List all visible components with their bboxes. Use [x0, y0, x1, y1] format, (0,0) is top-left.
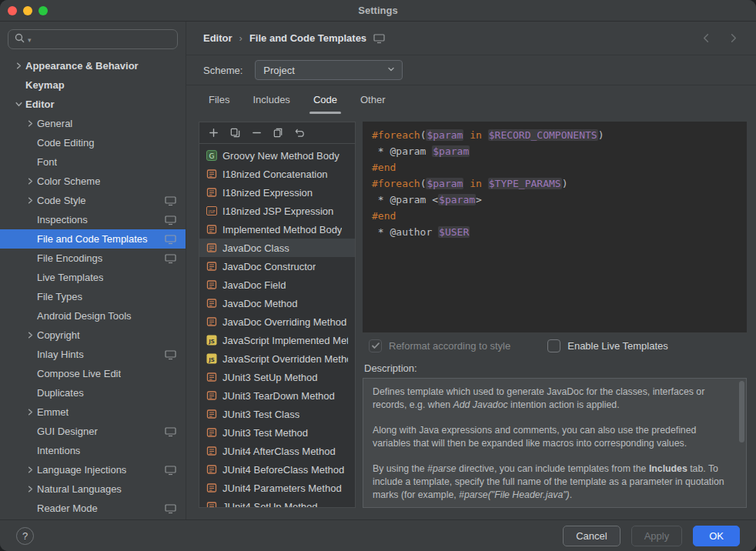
- sidebar-item-label: Duplicates: [37, 387, 84, 399]
- reset-to-default-button[interactable]: [293, 126, 306, 140]
- sidebar-item-label: Intentions: [37, 445, 80, 456]
- sidebar-item-inspections[interactable]: Inspections: [0, 210, 186, 229]
- template-item-junit4-afterclass-method[interactable]: JUnit4 AfterClass Method: [199, 442, 355, 460]
- sidebar-item-intentions[interactable]: Intentions: [0, 441, 186, 460]
- enable-live-templates-checkbox[interactable]: Enable Live Templates: [547, 339, 668, 352]
- template-item-label: Groovy New Method Body: [222, 150, 340, 162]
- sidebar-item-duplicates[interactable]: Duplicates: [0, 383, 186, 402]
- sidebar-item-color-scheme[interactable]: Color Scheme: [0, 172, 186, 191]
- sidebar-item-language-injections[interactable]: Language Injections: [0, 460, 186, 479]
- back-button[interactable]: [701, 32, 712, 44]
- chevron-right-icon[interactable]: [24, 464, 37, 476]
- template-item-i18nized-jsp-expression[interactable]: JSPI18nized JSP Expression: [199, 202, 355, 220]
- checkbox-checked-icon: [369, 339, 382, 352]
- breadcrumb-editor[interactable]: Editor: [203, 32, 232, 44]
- code-token: #foreach: [372, 129, 420, 141]
- sidebar-item-live-templates[interactable]: Live Templates: [0, 268, 186, 287]
- forward-button[interactable]: [728, 32, 739, 44]
- sidebar-item-editor[interactable]: Editor: [0, 95, 186, 114]
- sidebar-item-label: Copyright: [37, 329, 80, 341]
- apply-button[interactable]: Apply: [631, 526, 683, 546]
- sidebar-item-emmet[interactable]: Emmet: [0, 402, 186, 422]
- minimize-button[interactable]: [23, 6, 32, 15]
- tab-files[interactable]: Files: [197, 85, 241, 114]
- template-item-i18nized-concatenation[interactable]: I18nized Concatenation: [199, 165, 355, 183]
- reformat-checkbox[interactable]: Reformat according to style: [369, 339, 510, 352]
- template-item-junit4-parameters-method[interactable]: JUnit4 Parameters Method: [199, 479, 355, 497]
- template-item-label: JavaDoc Method: [222, 298, 298, 309]
- remove-template-button[interactable]: [249, 126, 263, 140]
- sidebar-item-file-and-code-templates[interactable]: File and Code Templates: [0, 229, 186, 249]
- template-item-junit4-beforeclass-method[interactable]: JUnit4 BeforeClass Method: [199, 460, 355, 479]
- tab-code[interactable]: Code: [302, 85, 349, 114]
- template-item-label: JavaDoc Class: [222, 242, 289, 254]
- template-item-implemented-method-body[interactable]: Implemented Method Body: [199, 220, 355, 239]
- template-item-i18nized-expression[interactable]: I18nized Expression: [199, 183, 355, 202]
- sidebar-item-code-style[interactable]: Code Style: [0, 191, 186, 210]
- chevron-right-icon[interactable]: [24, 118, 37, 129]
- sidebar-item-compose-live-edit[interactable]: Compose Live Edit: [0, 364, 186, 383]
- cancel-button[interactable]: Cancel: [563, 526, 620, 546]
- enable-live-templates-label: Enable Live Templates: [567, 340, 668, 352]
- settings-search-field[interactable]: ▾: [8, 29, 178, 49]
- template-item-javadoc-overriding-method[interactable]: JavaDoc Overriding Method: [199, 312, 355, 331]
- description-scrollbar[interactable]: [739, 381, 744, 442]
- sidebar-item-file-types[interactable]: File Types: [0, 287, 186, 306]
- search-history-chevron-icon[interactable]: ▾: [28, 37, 32, 44]
- code-line: #foreach($param in $TYPE_PARAMS): [372, 175, 738, 192]
- search-input[interactable]: [34, 34, 172, 45]
- chevron-right-icon[interactable]: [12, 60, 25, 72]
- sidebar-item-natural-languages[interactable]: Natural Languages: [0, 479, 186, 499]
- chevron-right-icon[interactable]: [24, 175, 37, 187]
- code-line: #end: [372, 208, 738, 224]
- template-item-junit3-test-class[interactable]: JUnit3 Test Class: [199, 405, 355, 423]
- template-item-javascript-implemented-method[interactable]: JSJavaScript Implemented Method: [199, 331, 355, 349]
- sidebar-item-gui-designer[interactable]: GUI Designer: [0, 422, 186, 441]
- template-editor[interactable]: #foreach($param in $RECORD_COMPONENTS) *…: [363, 122, 747, 332]
- close-button[interactable]: [8, 6, 17, 15]
- template-item-junit4-setup-method[interactable]: JUnit4 SetUp Method: [199, 497, 355, 507]
- chevron-right-icon[interactable]: [24, 195, 37, 206]
- sidebar-item-copyright[interactable]: Copyright: [0, 326, 186, 345]
- template-item-javadoc-method[interactable]: JavaDoc Method: [199, 294, 355, 312]
- scheme-select[interactable]: Project: [255, 60, 403, 80]
- help-button[interactable]: ?: [16, 527, 34, 545]
- zoom-button[interactable]: [38, 6, 48, 15]
- template-item-javadoc-field[interactable]: JavaDoc Field: [199, 276, 355, 294]
- description-pane[interactable]: Defines template which used to generate …: [363, 378, 747, 508]
- tab-includes[interactable]: Includes: [241, 85, 301, 114]
- sidebar-item-reader-mode[interactable]: Reader Mode: [0, 499, 186, 518]
- scheme-label: Scheme:: [203, 65, 243, 76]
- description-segment: directive, you can include templates fro…: [457, 463, 649, 474]
- chevron-spacer: [24, 156, 37, 168]
- chevron-right-icon[interactable]: [24, 406, 37, 418]
- code-token: * @param: [372, 145, 432, 157]
- copy-template-button[interactable]: [228, 126, 242, 140]
- template-item-javascript-overridden-method[interactable]: JSJavaScript Overridden Method: [199, 349, 355, 368]
- template-item-junit3-test-method[interactable]: JUnit3 Test Method: [199, 423, 355, 442]
- tab-other[interactable]: Other: [349, 85, 397, 114]
- sidebar-item-label: File and Code Templates: [37, 233, 148, 245]
- chevron-right-icon[interactable]: [24, 329, 37, 341]
- chevron-down-icon[interactable]: [12, 99, 25, 110]
- sidebar-item-font[interactable]: Font: [0, 152, 186, 172]
- breadcrumb-separator-icon: ›: [239, 32, 243, 44]
- sidebar-item-inlay-hints[interactable]: Inlay Hints: [0, 345, 186, 364]
- template-item-javadoc-class[interactable]: JavaDoc Class: [199, 239, 355, 257]
- sidebar-item-keymap[interactable]: Keymap: [0, 75, 186, 95]
- template-item-junit3-teardown-method[interactable]: JUnit3 TearDown Method: [199, 386, 355, 405]
- template-item-javadoc-constructor[interactable]: JavaDoc Constructor: [199, 257, 355, 276]
- sidebar-item-android-design-tools[interactable]: Android Design Tools: [0, 306, 186, 326]
- template-item-groovy-new-method-body[interactable]: GGroovy New Method Body: [199, 146, 355, 165]
- sidebar-item-file-encodings[interactable]: File Encodings: [0, 249, 186, 268]
- description-paragraph: Defines template which used to generate …: [373, 386, 734, 412]
- sidebar-item-appearance-behavior[interactable]: Appearance & Behavior: [0, 56, 186, 75]
- ok-button[interactable]: OK: [693, 526, 740, 546]
- template-item-junit3-setup-method[interactable]: JUnit3 SetUp Method: [199, 368, 355, 386]
- sidebar-item-general[interactable]: General: [0, 114, 186, 133]
- sidebar-item-code-editing[interactable]: Code Editing: [0, 133, 186, 152]
- add-template-button[interactable]: [206, 126, 220, 140]
- template-list[interactable]: GGroovy New Method BodyI18nized Concaten…: [199, 144, 355, 507]
- chevron-right-icon[interactable]: [24, 483, 37, 495]
- duplicate-template-button[interactable]: [271, 126, 285, 140]
